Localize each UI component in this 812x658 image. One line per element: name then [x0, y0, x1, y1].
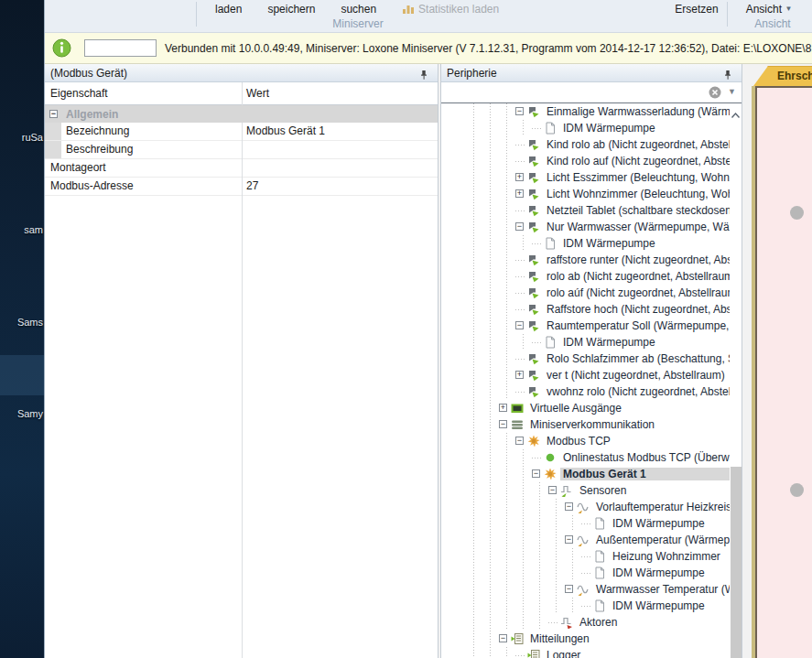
peripherie-filter-input[interactable] [443, 84, 705, 102]
desktop-icon-label[interactable]: Samy [17, 408, 43, 419]
tree-node-netzteil-tablet-schaltbare-steckdosen-w[interactable]: Netzteil Tablet (schaltbare steckdosen, … [466, 202, 742, 219]
collapse-icon[interactable]: − [49, 110, 58, 118]
expander-plus[interactable]: + [515, 186, 527, 202]
toolbar-button-suchen[interactable]: suchen [328, 2, 389, 16]
expander-minus[interactable]: − [515, 318, 527, 334]
tree-node-idm-wärmepumpe[interactable]: IDM Wärmepumpe [466, 515, 742, 532]
expander-minus[interactable]: − [499, 631, 511, 647]
scrollbar-thumb[interactable] [731, 467, 742, 658]
collapse-icon[interactable]: − [515, 107, 524, 115]
expander-minus[interactable]: − [565, 581, 577, 598]
pin-icon[interactable] [722, 68, 733, 79]
property-value[interactable] [242, 159, 246, 177]
tree-connector-line [532, 458, 542, 458]
expand-icon[interactable]: + [515, 173, 524, 181]
expander-minus[interactable]: − [548, 482, 560, 499]
collapse-icon[interactable]: − [565, 535, 573, 544]
expander-minus[interactable]: − [532, 466, 544, 482]
expander-minus[interactable]: − [515, 219, 527, 235]
tree-connector-line [515, 655, 525, 656]
tree-node-sensoren[interactable]: −Sensoren [466, 482, 742, 499]
expand-icon[interactable]: + [515, 371, 524, 379]
tree-node-aktoren[interactable]: Aktoren [466, 614, 742, 631]
expander-minus[interactable]: − [499, 416, 511, 433]
filter-dropdown-icon[interactable]: ▼ [728, 87, 736, 96]
collapse-icon[interactable]: − [515, 321, 524, 329]
tree-node-label: Mitteilungen [527, 632, 592, 645]
collapse-icon[interactable]: − [515, 222, 524, 231]
tree-node-ver-t-nicht-zugeordnet-abstellraum[interactable]: +ver t (Nicht zugeordnet, Abstellraum) [466, 367, 742, 383]
collapse-icon[interactable]: − [565, 502, 573, 511]
tree-node-idm-wärmepumpe[interactable]: IDM Wärmepumpe [466, 598, 742, 614]
tree-node-vorlauftemperatur-heizkreis-a[interactable]: −Vorlauftemperatur Heizkreis A [466, 499, 742, 515]
tree-node-virtuelle-ausgänge[interactable]: +Virtuelle Ausgänge [466, 400, 742, 416]
expander-plus[interactable]: + [515, 367, 527, 383]
tree-node-heizung-wohnzimmer[interactable]: Heizung Wohnzimmer [466, 548, 742, 565]
expander-plus[interactable]: + [499, 400, 511, 416]
tree-node-logger[interactable]: Logger [466, 647, 742, 658]
desktop-icon-label[interactable]: sam [24, 224, 43, 235]
collapse-icon[interactable]: − [499, 420, 507, 428]
expand-icon[interactable]: + [515, 189, 524, 198]
property-value[interactable] [242, 141, 246, 158]
tree-node-rolo-schlafzimmer-ab-beschattung-scl[interactable]: Rolo Schlafzimmer ab (Beschattung, Scl [466, 351, 742, 367]
tree-node-rolo-ab-nicht-zugeordnet-abstellraum[interactable]: rolo ab (Nicht zugeordnet, Abstellraum) [466, 268, 742, 285]
property-value[interactable]: Modbus Gerät 1 [242, 123, 325, 140]
tree-node-modbus-gerät-1[interactable]: −Modbus Gerät 1 [466, 466, 742, 482]
tree-node-nur-warmwasser-wärmepumpe-wärm[interactable]: −Nur Warmwasser (Wärmepumpe, Wärm [466, 219, 742, 235]
tree-node-idm-wärmepumpe[interactable]: IDM Wärmepumpe [466, 565, 742, 581]
tree-guide [466, 351, 482, 367]
tree-node-rolo-a-f-nicht-zugeordnet-abstellraum[interactable]: rolo aúf (Nicht zugeordnet, Abstellraum) [466, 285, 742, 301]
collapse-icon[interactable]: − [548, 486, 557, 494]
tree-node-warmwasser-temperatur-wa[interactable]: −Warmwasser Temperatur (Wa [466, 581, 742, 598]
property-value[interactable]: 27 [242, 178, 258, 195]
collapse-icon[interactable]: − [532, 469, 540, 478]
tree-guide [548, 499, 565, 515]
tree-scrollbar[interactable] [730, 103, 742, 658]
page-tab-ehrsch[interactable]: Ehrsch [753, 66, 812, 86]
tree-guide [466, 268, 482, 285]
tree-node-idm-wärmepumpe[interactable]: IDM Wärmepumpe [466, 120, 742, 136]
tree-node-onlinestatus-modbus-tcp-überwac[interactable]: Onlinestatus Modbus TCP (Überwac [466, 449, 742, 466]
tree-node-licht-esszimmer-beleuchtung-wohnzin[interactable]: +Licht Esszimmer (Beleuchtung, Wohnzin [466, 169, 742, 186]
tree-node-kind-rolo-ab-nicht-zugeordnet-abstellra[interactable]: Kind rolo ab (Nicht zugeordnet, Abstellr… [466, 136, 742, 153]
tree-node-idm-wärmepumpe[interactable]: IDM Wärmepumpe [466, 235, 742, 252]
tree-node-idm-wärmepumpe[interactable]: IDM Wärmepumpe [466, 334, 742, 351]
collapse-icon[interactable]: − [565, 585, 573, 593]
tree-node-außentemperatur-wärmepu[interactable]: −Außentemperatur (Wärmepu [466, 532, 742, 548]
tree-node-raumtemperatur-soll-wärmepumpe-w[interactable]: −Raumtemperatur Soll (Wärmepumpe, W [466, 318, 742, 334]
tree-guide [466, 153, 482, 169]
desktop-icon-label[interactable]: Sams [17, 317, 43, 328]
tree-node-miniserverkommunikation[interactable]: −Miniserverkommunikation [466, 416, 742, 433]
tree-node-einmalige-warmwasserladung-wärmep[interactable]: −Einmalige Warmwasserladung (Wärmep [466, 103, 742, 120]
toolbar-button-label: speichern [267, 3, 315, 16]
tree-node-mitteilungen[interactable]: −Mitteilungen [466, 631, 742, 647]
property-group-allgemein[interactable]: − Allgemein [45, 105, 438, 123]
pin-icon[interactable] [418, 68, 429, 79]
tree-node-licht-wohnzimmer-beleuchtung-woh[interactable]: +Licht Wohnzimmer (Beleuchtung, Woh [466, 186, 742, 202]
tree-node-raffstore-hoch-nicht-zugeordnet-abste[interactable]: Raffstore hoch (Nicht zugeordnet, Abste [466, 301, 742, 318]
collapse-icon[interactable]: − [499, 634, 507, 642]
expander-minus[interactable]: − [515, 433, 527, 449]
expander-minus[interactable]: − [565, 499, 577, 515]
tree-node-label: Licht Esszimmer (Beleuchtung, Wohnzin [544, 171, 742, 184]
expander-minus[interactable]: − [515, 103, 527, 120]
canvas-area[interactable] [755, 86, 812, 658]
ansicht-dropdown-button[interactable]: Ansicht ▼ [733, 3, 805, 16]
tree-node-vwohnz-rolo-nicht-zugeordnet-abstellr[interactable]: vwohnz rolo (Nicht zugeordnet, Abstellr [466, 383, 742, 400]
toolbar-button-laden[interactable]: laden [202, 2, 254, 16]
tree-node-modbus-tcp[interactable]: −Modbus TCP [466, 433, 742, 449]
tree-guide [499, 367, 515, 383]
ersetzen-button[interactable]: Ersetzen [667, 3, 726, 16]
collapse-icon[interactable]: − [515, 437, 524, 445]
scroll-up-icon[interactable] [731, 106, 741, 116]
expander-plus[interactable]: + [515, 169, 527, 186]
tree-node-kind-rolo-auf-nicht-zugeordnet-abstell[interactable]: Kind rolo auf (Nicht zugeordnet, Abstell [466, 153, 742, 169]
desktop-icon-label[interactable]: ruSa [22, 132, 43, 143]
toolbar-button-speichern[interactable]: speichern [254, 2, 328, 16]
expand-icon[interactable]: + [499, 404, 507, 412]
status-input[interactable] [84, 39, 157, 57]
expander-minus[interactable]: − [565, 532, 577, 548]
tree-node-raffstore-runter-nicht-zugeordnet-abste[interactable]: raffstore runter (Nicht zugeordnet, Abst… [466, 252, 742, 268]
clear-filter-icon[interactable] [709, 86, 721, 99]
